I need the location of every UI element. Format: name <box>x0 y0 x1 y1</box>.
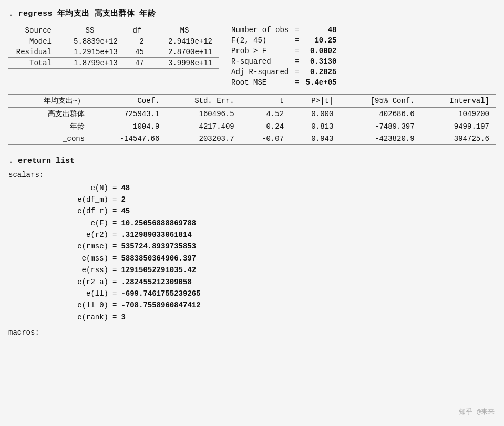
scalar-eq-0: = <box>112 182 117 194</box>
coef-val-0: 725943.1 <box>91 108 166 121</box>
scalars-container: e(N) = 48 e(df_m) = 2 e(df_r) = 45 e(F) … <box>8 182 496 324</box>
scalar-eq-11: = <box>112 311 117 323</box>
coef-se-2: 203203.7 <box>166 133 240 145</box>
coef-cihi-0: 1049200 <box>421 108 496 121</box>
stat-label-4: Adj R-squared <box>229 67 291 77</box>
col-source: Source <box>8 25 56 36</box>
stat-val-1: 10.25 <box>304 35 339 46</box>
scalar-name-2: e(df_r) <box>40 205 108 217</box>
coef-row-2: _cons -14547.66 203203.7 -0.07 0.943 -42… <box>8 133 496 145</box>
coef-label-0: 高支出群体 <box>8 108 91 121</box>
scalar-name-9: e(ll) <box>40 288 108 299</box>
scalar-eq-3: = <box>112 217 117 229</box>
anova-model-ss: 5.8839e+12 <box>56 36 124 47</box>
scalar-row-8: e(r2_a) = .282455212309058 <box>40 276 496 288</box>
coef-col-p: P>|t| <box>290 95 340 108</box>
stat-label-3: R-squared <box>229 56 291 67</box>
stat-eq-5: = <box>291 77 303 88</box>
scalar-name-1: e(df_m) <box>40 194 108 205</box>
coef-se-0: 160496.5 <box>166 108 240 121</box>
scalar-eq-7: = <box>112 264 117 276</box>
coef-cihi-1: 9499.197 <box>421 120 496 133</box>
coef-col-coef: Coef. <box>91 95 166 108</box>
scalar-val-8: .282455212309058 <box>121 276 191 288</box>
scalar-val-6: 5883850364906.397 <box>121 253 196 264</box>
anova-residual-label: Residual <box>8 47 56 58</box>
stat-val-3: 0.3130 <box>304 56 339 67</box>
stat-label-0: Number of obs <box>229 25 291 35</box>
anova-total-ss: 1.8799e+13 <box>56 58 124 69</box>
col-df: df <box>124 25 150 36</box>
stat-row-4: Adj R-squared = 0.2825 <box>229 67 338 77</box>
scalar-val-4: .312989033061814 <box>121 229 191 241</box>
scalar-val-1: 2 <box>121 194 125 205</box>
anova-model-label: Model <box>8 36 56 47</box>
stat-eq-1: = <box>291 35 303 46</box>
coef-bottom-border <box>8 145 496 146</box>
scalar-eq-1: = <box>112 194 117 205</box>
scalar-row-3: e(F) = 10.25056888869788 <box>40 217 496 229</box>
scalar-val-5: 535724.8939735853 <box>121 241 196 252</box>
stat-val-0: 48 <box>304 25 339 35</box>
scalar-val-9: -699.7461755239265 <box>121 288 200 299</box>
stat-row-0: Number of obs = 48 <box>229 25 338 35</box>
anova-bottom-border <box>8 69 219 70</box>
coef-row-1: 年龄 1004.9 4217.409 0.24 0.813 -7489.397 … <box>8 120 496 133</box>
coef-row-0: 高支出群体 725943.1 160496.5 4.52 0.000 40268… <box>8 108 496 121</box>
scalar-val-7: 12915052291035.42 <box>121 264 196 276</box>
scalar-row-9: e(ll) = -699.7461755239265 <box>40 288 496 299</box>
coef-table: 年均支出~） Coef. Std. Err. t P>|t| [95% Conf… <box>8 94 496 146</box>
stat-val-2: 0.0002 <box>304 46 339 56</box>
anova-table-wrapper: Source SS df MS Model 5.8839e+12 2 2.941… <box>8 25 219 88</box>
scalar-eq-4: = <box>112 229 117 241</box>
col-ms: MS <box>150 25 219 36</box>
anova-total-row: Total 1.8799e+13 47 3.9998e+11 <box>8 58 219 69</box>
command-ereturn: . ereturn list <box>8 157 496 165</box>
scalar-row-10: e(ll_0) = -708.7558960847412 <box>40 299 496 311</box>
coef-col-ci-lo: [95% Conf. <box>340 95 420 108</box>
scalar-row-2: e(df_r) = 45 <box>40 205 496 217</box>
scalar-row-0: e(N) = 48 <box>40 182 496 194</box>
stat-row-5: Root MSE = 5.4e+05 <box>229 77 338 88</box>
coef-label-1: 年龄 <box>8 120 91 133</box>
scalar-name-6: e(mss) <box>40 253 108 264</box>
coef-col-t: t <box>241 95 290 108</box>
scalar-row-6: e(mss) = 5883850364906.397 <box>40 253 496 264</box>
coef-label-2: _cons <box>8 133 91 145</box>
scalar-val-10: -708.7558960847412 <box>121 299 200 311</box>
scalar-eq-8: = <box>112 276 117 288</box>
coef-cilo-0: 402686.6 <box>340 108 420 121</box>
coef-val-1: 1004.9 <box>91 120 166 133</box>
coef-t-2: -0.07 <box>241 133 290 145</box>
anova-total-label: Total <box>8 58 56 69</box>
stat-eq-2: = <box>291 46 303 56</box>
stat-row-3: R-squared = 0.3130 <box>229 56 338 67</box>
coef-cilo-2: -423820.9 <box>340 133 420 145</box>
anova-header-row: Source SS df MS <box>8 25 219 36</box>
scalar-name-8: e(r2_a) <box>40 276 108 288</box>
stat-val-5: 5.4e+05 <box>304 77 339 88</box>
coef-se-1: 4217.409 <box>166 120 240 133</box>
scalars-label: scalars: <box>8 171 496 179</box>
scalar-name-5: e(rmse) <box>40 241 108 252</box>
scalar-eq-2: = <box>112 205 117 217</box>
scalar-row-7: e(rss) = 12915052291035.42 <box>40 264 496 276</box>
scalar-val-2: 45 <box>121 205 130 217</box>
scalar-eq-5: = <box>112 241 117 252</box>
coef-dep-var: 年均支出~） <box>8 95 91 108</box>
scalar-row-1: e(df_m) = 2 <box>40 194 496 205</box>
anova-stats-section: Source SS df MS Model 5.8839e+12 2 2.941… <box>8 25 496 88</box>
scalar-row-11: e(rank) = 3 <box>40 311 496 323</box>
macros-label: macros: <box>8 328 496 337</box>
stats-table: Number of obs = 48 F(2, 45) = 10.25 Prob… <box>229 25 338 88</box>
coef-section: 年均支出~） Coef. Std. Err. t P>|t| [95% Conf… <box>8 94 496 146</box>
coef-col-ci-hi: Interval] <box>421 95 496 108</box>
scalar-eq-9: = <box>112 288 117 299</box>
stat-row-2: Prob > F = 0.0002 <box>229 46 338 56</box>
anova-residual-row: Residual 1.2915e+13 45 2.8700e+11 <box>8 47 219 58</box>
stat-eq-0: = <box>291 25 303 35</box>
anova-residual-ms: 2.8700e+11 <box>150 47 219 58</box>
command-regress: . regress 年均支出 高支出群体 年龄 <box>8 8 496 18</box>
stat-eq-4: = <box>291 67 303 77</box>
stat-label-1: F(2, 45) <box>229 35 291 46</box>
